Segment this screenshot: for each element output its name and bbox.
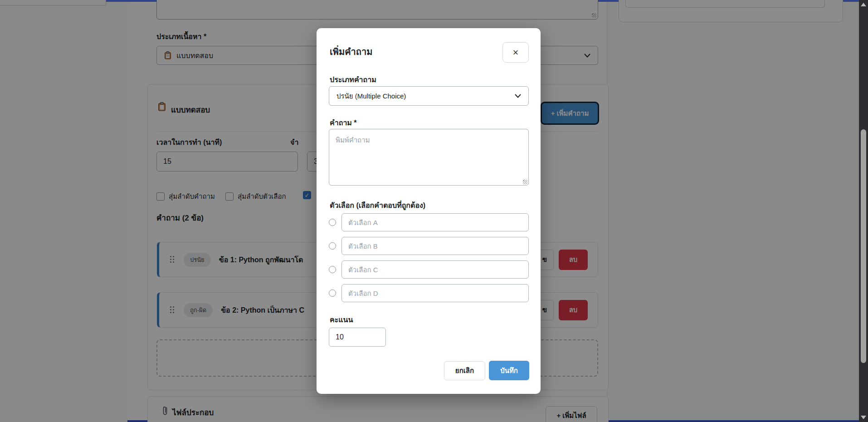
scroll-down-arrow-icon[interactable] bbox=[861, 416, 866, 419]
vertical-scrollbar[interactable] bbox=[859, 0, 868, 422]
add-question-modal: เพิ่มคำถาม × ประเภทคำถาม ปรนัย (Multiple… bbox=[317, 28, 541, 394]
scroll-up-arrow-icon[interactable] bbox=[861, 3, 866, 6]
correct-answer-radio[interactable] bbox=[329, 219, 336, 226]
choice-input[interactable] bbox=[341, 284, 529, 302]
question-type-label: ประเภทคำถาม bbox=[330, 74, 376, 85]
correct-answer-radio[interactable] bbox=[329, 242, 336, 250]
scrollbar-thumb[interactable] bbox=[861, 129, 866, 363]
correct-answer-radio[interactable] bbox=[329, 290, 336, 297]
close-icon[interactable]: × bbox=[502, 42, 529, 63]
question-type-select[interactable]: ปรนัย (Multiple Choice) bbox=[329, 86, 529, 106]
score-label: คะแนน bbox=[330, 314, 353, 325]
question-type-value: ปรนัย (Multiple Choice) bbox=[336, 91, 406, 102]
choice-input[interactable] bbox=[341, 260, 529, 279]
correct-answer-radio[interactable] bbox=[329, 266, 336, 273]
choice-input[interactable] bbox=[341, 237, 529, 255]
save-button[interactable]: บันทึก bbox=[489, 361, 529, 380]
choice-row bbox=[329, 284, 529, 302]
resize-grip-icon[interactable] bbox=[523, 180, 527, 184]
choice-row bbox=[329, 213, 529, 231]
screen: ประเภทเนื้อหา * แบบทดสอบ แบบทดสอบ + เพิ่… bbox=[0, 0, 868, 422]
score-input[interactable] bbox=[329, 328, 386, 347]
choices-label: ตัวเลือก (เลือกคำตอบที่ถูกต้อง) bbox=[330, 200, 425, 211]
choice-row bbox=[329, 237, 529, 255]
question-textarea[interactable] bbox=[329, 129, 529, 186]
cancel-button[interactable]: ยกเลิก bbox=[444, 361, 485, 380]
modal-title: เพิ่มคำถาม bbox=[330, 44, 372, 59]
choice-input[interactable] bbox=[341, 213, 529, 231]
question-label: คำถาม * bbox=[330, 117, 357, 128]
chevron-down-icon bbox=[515, 94, 521, 98]
choice-row bbox=[329, 260, 529, 279]
